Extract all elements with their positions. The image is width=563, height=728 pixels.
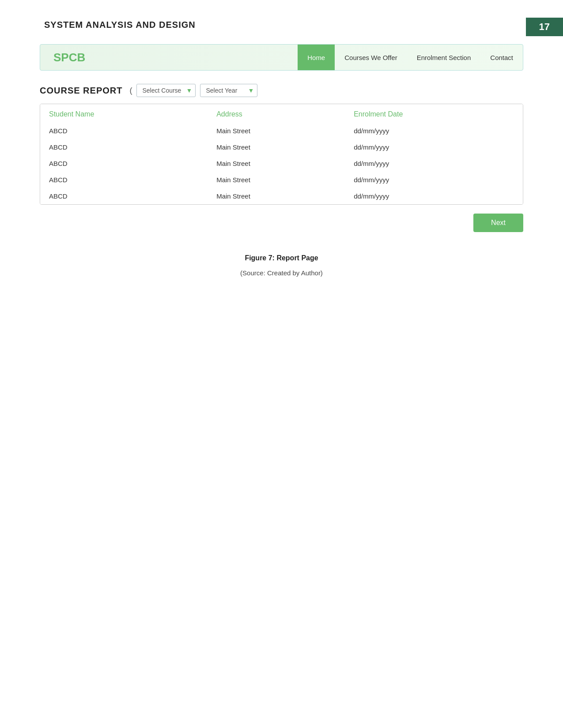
- navbar-brand: SPCB: [40, 51, 98, 64]
- select-year-dropdown[interactable]: Select Year: [200, 84, 257, 97]
- cell-student-name: ABCD: [40, 172, 208, 188]
- col-header-enrolment-date: Enrolment Date: [345, 104, 523, 123]
- cell-date: dd/mm/yyyy: [345, 188, 523, 204]
- col-header-address: Address: [208, 104, 345, 123]
- figure-source: (Source: Created by Author): [40, 269, 523, 277]
- cell-date: dd/mm/yyyy: [345, 123, 523, 139]
- course-report-title: COURSE REPORT: [40, 86, 122, 96]
- col-header-student-name: Student Name: [40, 104, 208, 123]
- select-year-wrapper: Select Year ▼: [200, 84, 257, 97]
- table-row: ABCD Main Street dd/mm/yyyy: [40, 139, 523, 155]
- nav-item-home[interactable]: Home: [298, 45, 335, 70]
- table-row: ABCD Main Street dd/mm/yyyy: [40, 155, 523, 172]
- cell-address: Main Street: [208, 123, 345, 139]
- cell-student-name: ABCD: [40, 123, 208, 139]
- nav-item-enrolment[interactable]: Enrolment Section: [407, 45, 481, 70]
- nav-item-courses[interactable]: Courses We Offer: [335, 45, 407, 70]
- report-table: Student Name Address Enrolment Date ABCD…: [40, 104, 523, 204]
- table-row: ABCD Main Street dd/mm/yyyy: [40, 188, 523, 204]
- cell-address: Main Street: [208, 172, 345, 188]
- cell-address: Main Street: [208, 188, 345, 204]
- cell-address: Main Street: [208, 155, 345, 172]
- navbar: SPCB Home Courses We Offer Enrolment Sec…: [40, 44, 523, 71]
- next-btn-row: Next: [40, 214, 523, 232]
- open-paren: (: [129, 86, 132, 95]
- report-table-container: Student Name Address Enrolment Date ABCD…: [40, 104, 523, 205]
- cell-student-name: ABCD: [40, 139, 208, 155]
- table-row: ABCD Main Street dd/mm/yyyy: [40, 172, 523, 188]
- nav-item-contact[interactable]: Contact: [480, 45, 523, 70]
- table-header-row: Student Name Address Enrolment Date: [40, 104, 523, 123]
- navbar-nav: Home Courses We Offer Enrolment Section …: [298, 45, 523, 70]
- main-content: SPCB Home Courses We Offer Enrolment Sec…: [40, 44, 523, 277]
- cell-student-name: ABCD: [40, 188, 208, 204]
- cell-address: Main Street: [208, 139, 345, 155]
- cell-date: dd/mm/yyyy: [345, 139, 523, 155]
- select-course-dropdown[interactable]: Select Course: [136, 84, 196, 97]
- cell-date: dd/mm/yyyy: [345, 155, 523, 172]
- document-title: SYSTEM ANALYSIS AND DESIGN: [44, 20, 196, 30]
- cell-student-name: ABCD: [40, 155, 208, 172]
- table-row: ABCD Main Street dd/mm/yyyy: [40, 123, 523, 139]
- figure-caption: Figure 7: Report Page: [40, 254, 523, 262]
- next-button[interactable]: Next: [473, 214, 523, 232]
- select-course-wrapper: Select Course ▼: [136, 84, 196, 97]
- course-report-header: COURSE REPORT ( Select Course ▼ Select Y…: [40, 84, 523, 97]
- page-number-badge: 17: [526, 18, 563, 36]
- cell-date: dd/mm/yyyy: [345, 172, 523, 188]
